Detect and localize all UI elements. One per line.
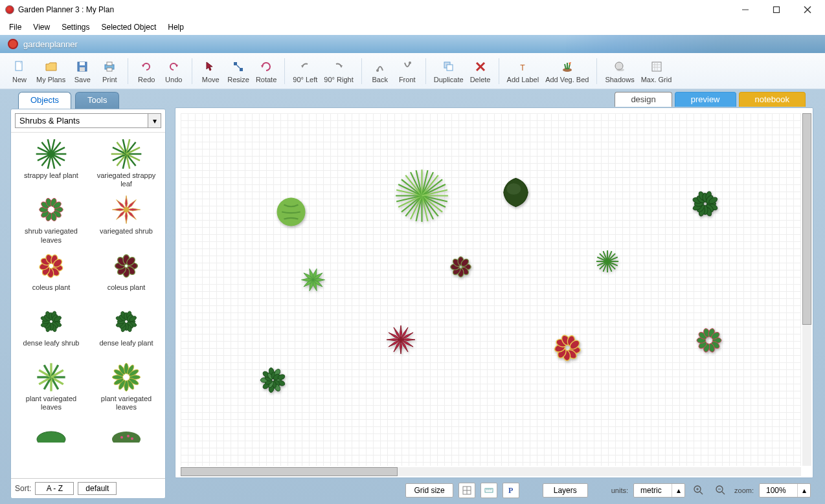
delete-button[interactable]: Delete: [468, 58, 493, 85]
90-left-button[interactable]: 90° Left: [290, 58, 320, 85]
layers-button[interactable]: Layers: [543, 483, 588, 498]
canvas-plant[interactable]: [692, 323, 726, 359]
resize-button[interactable]: Resize: [225, 58, 252, 85]
canvas-plant[interactable]: [498, 175, 534, 212]
canvas-plant[interactable]: [273, 194, 309, 232]
svg-point-142: [506, 183, 521, 195]
tab-design[interactable]: design: [615, 92, 672, 107]
grid-ruler-icon[interactable]: [480, 483, 497, 498]
svg-rect-15: [234, 62, 237, 65]
sort-az-button[interactable]: A - Z: [35, 482, 74, 495]
units-dropdown[interactable]: metric ▴: [633, 483, 685, 498]
zoom-label: zoom:: [734, 487, 754, 494]
90-right-button[interactable]: 90° Right: [321, 58, 356, 85]
my-plans-button[interactable]: My Plans: [34, 58, 68, 85]
new-button[interactable]: New: [6, 58, 32, 85]
toolbar-label: Save: [74, 76, 91, 83]
add-veg-bed-button[interactable]: Add Veg. Bed: [543, 58, 591, 85]
menu-help[interactable]: Help: [163, 21, 189, 33]
max-grid-button[interactable]: Max. Grid: [639, 58, 675, 85]
chevron-up-icon[interactable]: ▴: [672, 484, 684, 497]
delete-icon: [473, 59, 488, 74]
maximize-button[interactable]: [767, 3, 786, 16]
zoom-dropdown[interactable]: 100% ▴: [759, 483, 811, 498]
undo-button[interactable]: Undo: [161, 58, 186, 85]
tab-objects[interactable]: Objects: [18, 92, 71, 109]
object-list[interactable]: strappy leaf plantvariegated strappy lea…: [11, 133, 165, 478]
object-item[interactable]: variegated strappy leaf: [90, 137, 163, 190]
svg-rect-11: [107, 68, 112, 71]
tab-tools[interactable]: Tools: [75, 92, 119, 109]
menu-view[interactable]: View: [28, 21, 55, 33]
object-item[interactable]: plant variegated leaves: [90, 360, 163, 413]
plant-thumb-icon: [34, 193, 69, 226]
chevron-down-icon[interactable]: ▾: [148, 113, 161, 128]
svg-rect-8: [80, 67, 85, 71]
object-label: dense leafy plant: [99, 339, 153, 356]
object-item[interactable]: dense leafy shrub: [15, 304, 87, 357]
save-icon: [74, 59, 90, 74]
grid-standard-icon[interactable]: [458, 483, 475, 498]
toolbar-label: Move: [202, 76, 220, 83]
object-item[interactable]: plant variegated leaves: [15, 360, 87, 413]
svg-rect-1: [774, 7, 780, 13]
object-item[interactable]: shrub variegated leaves: [15, 192, 87, 245]
design-canvas[interactable]: [175, 107, 813, 478]
category-dropdown[interactable]: Shrubs & Plants ▾: [15, 113, 161, 128]
svg-marker-19: [301, 65, 304, 68]
canvas-plant[interactable]: [385, 323, 417, 358]
zoom-out-icon[interactable]: [712, 483, 729, 498]
object-item[interactable]: strappy leaf plant: [15, 137, 87, 190]
sort-row: Sort: A - Z default: [11, 478, 165, 498]
perspective-p-icon[interactable]: P: [503, 483, 519, 498]
menu-file[interactable]: File: [4, 21, 27, 33]
zoom-in-icon[interactable]: [690, 483, 707, 498]
canvas-plant[interactable]: [686, 184, 725, 225]
menu-settings[interactable]: Settings: [56, 21, 95, 33]
rotate-button[interactable]: Rotate: [253, 58, 279, 85]
redo-button[interactable]: Redo: [133, 58, 159, 85]
shadows-button[interactable]: Shadows: [602, 58, 637, 85]
svg-point-110: [112, 432, 141, 443]
sort-default-button[interactable]: default: [78, 482, 117, 495]
toolbar-label: 90° Right: [324, 76, 353, 83]
svg-rect-10: [107, 62, 112, 65]
close-button[interactable]: [798, 3, 817, 16]
brand-bar: gardenplanner: [0, 35, 825, 53]
object-item[interactable]: coleus plant: [15, 248, 87, 301]
canvas-plant[interactable]: [595, 249, 620, 276]
move-button[interactable]: Move: [198, 58, 223, 85]
object-item[interactable]: variegated shrub: [90, 192, 163, 245]
duplicate-button[interactable]: Duplicate: [431, 58, 466, 85]
canvas-plant[interactable]: [299, 265, 328, 296]
vertical-scrollbar[interactable]: [802, 113, 811, 466]
tab-preview[interactable]: preview: [675, 92, 736, 107]
90-right-icon: [331, 59, 346, 74]
minimize-button[interactable]: [736, 3, 755, 16]
svg-point-143: [277, 198, 306, 226]
front-button[interactable]: Front: [394, 58, 420, 85]
svg-point-112: [127, 435, 130, 437]
new-icon: [12, 59, 27, 74]
object-item[interactable]: coleus plant: [90, 248, 163, 301]
canvas-plant[interactable]: [255, 362, 291, 400]
svg-line-229: [700, 492, 703, 494]
canvas-plant[interactable]: [446, 252, 475, 283]
tab-notebook[interactable]: notebook: [739, 92, 806, 107]
back-button[interactable]: Back: [367, 58, 393, 85]
grid-size-button[interactable]: Grid size: [405, 483, 453, 498]
menu-selected-object[interactable]: Selected Object: [96, 21, 162, 33]
print-button[interactable]: Print: [96, 58, 122, 85]
plant-thumb-icon: [109, 250, 144, 282]
object-item[interactable]: [90, 415, 163, 450]
svg-rect-24: [447, 65, 453, 71]
object-item[interactable]: dense leafy plant: [90, 304, 163, 357]
add-label-button[interactable]: TAdd Label: [504, 58, 542, 85]
save-button[interactable]: Save: [69, 58, 95, 85]
canvas-plant[interactable]: [550, 330, 585, 367]
canvas-plant[interactable]: [394, 168, 449, 225]
object-item[interactable]: [15, 415, 87, 450]
horizontal-scrollbar[interactable]: [181, 467, 801, 476]
sort-label: Sort:: [15, 484, 31, 493]
chevron-up-icon[interactable]: ▴: [797, 484, 810, 497]
